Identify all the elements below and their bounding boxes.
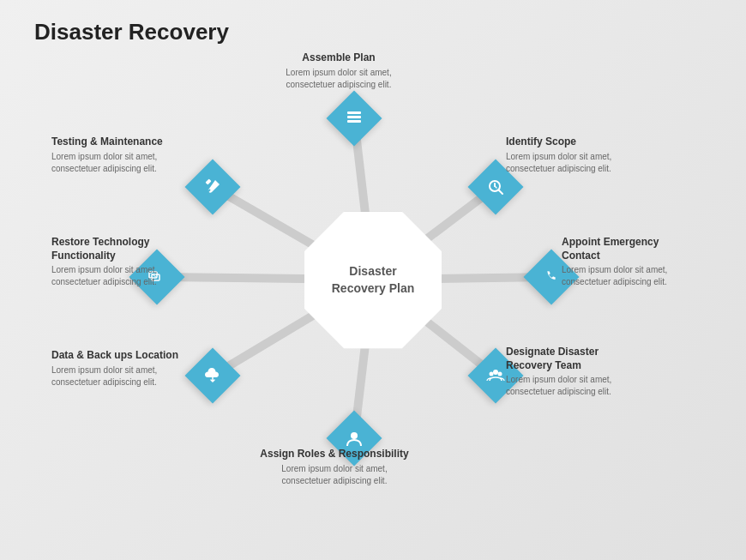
icon-appoint-emergency xyxy=(542,268,561,286)
label-assign-roles: Assign Roles & Responsibility Lorem ipsu… xyxy=(240,448,429,487)
label-designate-team: Designate DisasterRecovery Team Lorem ip… xyxy=(506,346,677,398)
svg-point-16 xyxy=(490,372,494,376)
icon-assemble-plan xyxy=(345,109,364,128)
svg-point-17 xyxy=(498,372,502,376)
svg-rect-8 xyxy=(347,111,361,114)
icon-identify-scope xyxy=(486,178,505,196)
svg-rect-9 xyxy=(347,116,361,118)
svg-line-12 xyxy=(499,190,503,195)
label-data-backups: Data & Back ups Location Lorem ipsum dol… xyxy=(51,349,197,388)
svg-line-14 xyxy=(495,186,496,188)
svg-point-18 xyxy=(351,432,358,439)
svg-rect-22 xyxy=(205,178,211,184)
slide: Disaster Recovery Disaster Recovery Plan xyxy=(0,0,746,560)
icon-designate-team xyxy=(486,366,505,385)
label-identify-scope: Identify Scope Lorem ipsum dolor sit ame… xyxy=(506,135,677,175)
center-line1: Disaster xyxy=(349,264,396,278)
icon-data-backups xyxy=(203,366,222,385)
label-testing-maintenance: Testing & Maintenance Lorem ipsum dolor … xyxy=(51,135,202,175)
icon-assign-roles xyxy=(345,429,364,448)
center-octagon: Disaster Recovery Plan xyxy=(304,212,442,349)
svg-point-15 xyxy=(493,370,498,375)
label-assemble-plan: Assemble Plan Lorem ipsum dolor sit amet… xyxy=(266,51,412,91)
center-line2: Recovery Plan xyxy=(332,281,415,295)
label-restore-tech: Restore TechnologyFunctionality Lorem ip… xyxy=(51,236,197,288)
label-appoint-emergency: Appoint EmergencyContact Lorem ipsum dol… xyxy=(562,236,733,288)
svg-rect-10 xyxy=(347,120,361,123)
icon-testing-maintenance xyxy=(203,178,222,196)
